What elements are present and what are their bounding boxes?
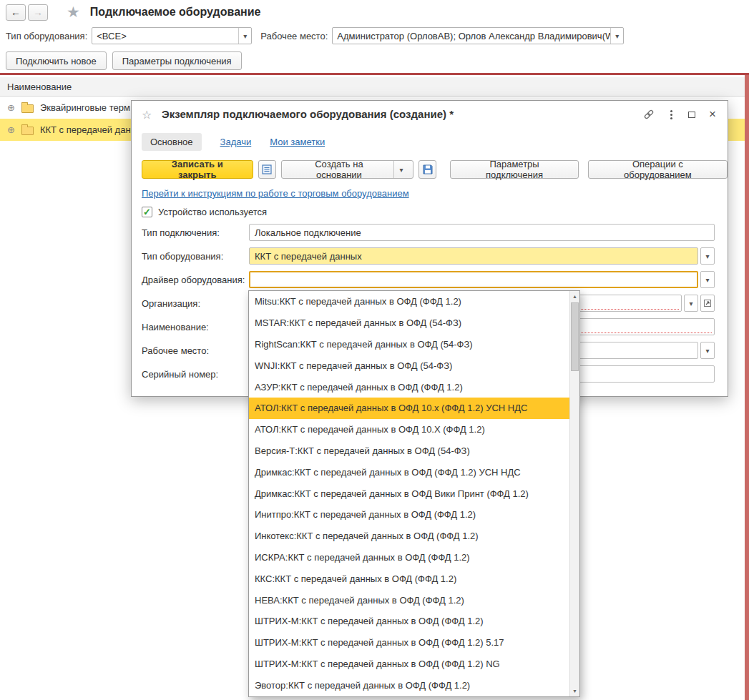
close-icon[interactable]: ×: [709, 110, 716, 119]
instructions-link[interactable]: Перейти к инструкциям по работе с торгов…: [142, 188, 409, 199]
dropdown-item[interactable]: АТОЛ:ККТ с передачей данных в ОФД 10.X (…: [249, 419, 569, 440]
form-row-equipment-type: Тип оборудования: ККТ с передачей данных…: [142, 247, 715, 265]
serial-number-label: Серийный номер:: [142, 369, 249, 380]
workplace-select[interactable]: Администратор (ОрловАВ); Орлов Александр…: [332, 27, 624, 44]
more-menu-icon[interactable]: [668, 114, 675, 116]
tab-tasks[interactable]: Задачи: [220, 137, 252, 147]
workplace-label: Рабочее место:: [142, 345, 249, 356]
chevron-down-icon: ▾: [705, 252, 709, 260]
dropdown-item[interactable]: ШТРИХ-М:ККТ с передачей данных в ОФД (ФФ…: [249, 611, 569, 632]
list-column-header[interactable]: Наименование: [0, 77, 745, 97]
dialog-toolbar: Записать и закрыть Создать на основании …: [142, 160, 728, 179]
equipment-operations-button[interactable]: Операции с оборудованием: [588, 160, 728, 179]
dropdown-item-selected[interactable]: АТОЛ:ККТ с передачей данных в ОФД 10.x (…: [249, 398, 569, 419]
connection-type-input[interactable]: Локальное подключение: [249, 224, 715, 241]
device-used-checkbox-row[interactable]: ✓ Устройство используется: [142, 207, 267, 217]
driver-dropdown-button[interactable]: ▾: [700, 271, 715, 288]
equipment-type-field[interactable]: ККТ с передачей данных: [249, 247, 698, 265]
dialog-favorites-star-icon[interactable]: ☆: [142, 108, 152, 122]
name-label: Наименование:: [142, 322, 249, 332]
expand-icon[interactable]: ⊕: [7, 124, 15, 135]
chevron-down-icon: ▾: [705, 276, 709, 284]
dialog-window-controls: ×: [643, 109, 716, 120]
row-label: Эквайринговые терм: [40, 102, 130, 113]
back-button[interactable]: ←: [6, 4, 26, 21]
maximize-icon[interactable]: [688, 112, 695, 118]
column-name-label: Наименование: [7, 82, 72, 92]
filter-bar: Тип оборудования: <ВСЕ> ▾ Рабочее место:…: [6, 27, 624, 44]
equipment-type-value: <ВСЕ>: [92, 31, 238, 41]
expand-icon[interactable]: ⊕: [7, 102, 15, 113]
red-frame-strip: [745, 75, 749, 700]
connection-params-button[interactable]: Параметры подключения: [112, 51, 242, 70]
red-frame-line: [0, 73, 749, 75]
equipment-type-filter-label: Тип оборудования:: [6, 31, 87, 41]
list-action-bar: Подключить новое Параметры подключения: [6, 51, 242, 70]
tab-my-notes[interactable]: Мои заметки: [270, 137, 325, 147]
dropdown-item[interactable]: Mitsu:ККТ с передачей данных в ОФД (ФФД …: [249, 291, 569, 312]
chevron-down-icon[interactable]: ▾: [238, 28, 251, 44]
dropdown-item[interactable]: MSTAR:ККТ с передачей данных в ОФД (54-Ф…: [249, 312, 569, 334]
dropdown-item[interactable]: Версия-Т:ККТ с передачей данных в ОФД (5…: [249, 440, 569, 462]
forward-button[interactable]: →: [28, 4, 48, 21]
create-based-on-button[interactable]: Создать на основании ▾: [281, 160, 413, 179]
dialog-tabs: Основное Задачи Мои заметки: [142, 133, 325, 151]
driver-field[interactable]: [249, 271, 698, 288]
chevron-down-icon[interactable]: ▾: [610, 28, 623, 44]
workplace-dropdown-button[interactable]: ▾: [700, 342, 715, 359]
organization-label: Организация:: [142, 298, 249, 309]
dropdown-item[interactable]: АЗУР:ККТ с передачей данных в ОФД (ФФД 1…: [249, 376, 569, 398]
dropdown-item[interactable]: НЕВА:ККТ с передачей данных в ОФД (ФФД 1…: [249, 589, 569, 611]
journal-icon-button[interactable]: [258, 160, 277, 179]
dialog-connection-params-button[interactable]: Параметры подключения: [450, 160, 578, 179]
forward-icon: →: [33, 6, 43, 18]
equipment-type-select[interactable]: <ВСЕ> ▾: [92, 27, 252, 44]
dropdown-item[interactable]: RightScan:ККТ с передачей данных в ОФД (…: [249, 334, 569, 355]
dropdown-item[interactable]: ШТРИХ-М:ККТ с передачей данных в ОФД (ФФ…: [249, 654, 569, 675]
dropdown-item[interactable]: Дримкас:ККТ с передачей данных в ОФД (ФФ…: [249, 461, 569, 483]
scroll-up-icon[interactable]: ▲: [570, 291, 579, 302]
open-form-icon: [703, 299, 712, 307]
dropdown-item[interactable]: WNJI:ККТ с передачей данных в ОФД (54-ФЗ…: [249, 355, 569, 376]
favorites-star-icon[interactable]: ★: [67, 4, 80, 21]
back-icon: ←: [11, 6, 21, 18]
workplace-filter-label: Рабочее место:: [260, 31, 328, 41]
dropdown-item[interactable]: Дримкас:ККТ с передачей данных в ОФД Вик…: [249, 483, 569, 504]
dropdown-item[interactable]: ШТРИХ-М:ККТ с передачей данных в ОФД (ФФ…: [249, 632, 569, 654]
dropdown-item[interactable]: Эвотор:ККТ с передачей данных в ОФД (ФФД…: [249, 674, 569, 696]
folder-icon: [21, 127, 34, 135]
checkbox-checked-icon[interactable]: ✓: [142, 207, 152, 217]
link-icon[interactable]: [643, 109, 655, 120]
workplace-value: Администратор (ОрловАВ); Орлов Александр…: [333, 31, 610, 41]
save-diskette-icon: [422, 164, 434, 175]
save-icon-button[interactable]: [418, 160, 437, 179]
connect-new-button[interactable]: Подключить новое: [6, 51, 107, 70]
form-row-connection-type: Тип подключения: Локальное подключение: [142, 224, 715, 241]
dropdown-item[interactable]: Инкотекс:ККТ с передачей данных в ОФД (Ф…: [249, 526, 569, 547]
dropdown-scrollbar[interactable]: ▲ ▼: [569, 291, 579, 696]
page-title: Подключаемое оборудование: [90, 6, 261, 19]
equipment-type-label: Тип оборудования:: [142, 251, 249, 262]
scrollbar-thumb[interactable]: [571, 302, 579, 371]
connection-type-label: Тип подключения:: [142, 227, 249, 238]
form-row-driver: Драйвер оборудования: ▾: [142, 271, 715, 288]
device-used-label: Устройство используется: [158, 207, 267, 217]
organization-open-button[interactable]: [700, 295, 715, 312]
chevron-down-icon: ▾: [689, 300, 692, 307]
dropdown-item[interactable]: Инитпро:ККТ с передачей данных в ОФД (ФФ…: [249, 504, 569, 526]
tab-main[interactable]: Основное: [142, 133, 202, 151]
driver-label: Драйвер оборудования:: [142, 275, 249, 285]
equipment-type-dropdown-button[interactable]: ▾: [700, 247, 715, 265]
dialog-title: Экземпляр подключаемого оборудования (со…: [162, 108, 454, 120]
dropdown-item[interactable]: ИСКРА:ККТ с передачей данных в ОФД (ФФД …: [249, 547, 569, 568]
organization-dropdown-button[interactable]: ▾: [684, 295, 698, 312]
top-navigation-bar: ← → ★ Подключаемое оборудование: [6, 3, 260, 21]
row-label: ККТ с передачей дан: [40, 124, 131, 135]
journal-icon: [261, 164, 273, 175]
driver-dropdown-list: Mitsu:ККТ с передачей данных в ОФД (ФФД …: [248, 290, 580, 697]
dropdown-item[interactable]: ККС:ККТ с передачей данных в ОФД (ФФД 1.…: [249, 568, 569, 589]
chevron-down-icon: ▾: [393, 161, 403, 178]
chevron-down-icon: ▾: [705, 347, 709, 355]
save-and-close-button[interactable]: Записать и закрыть: [142, 160, 253, 179]
scroll-down-icon[interactable]: ▼: [570, 686, 579, 696]
